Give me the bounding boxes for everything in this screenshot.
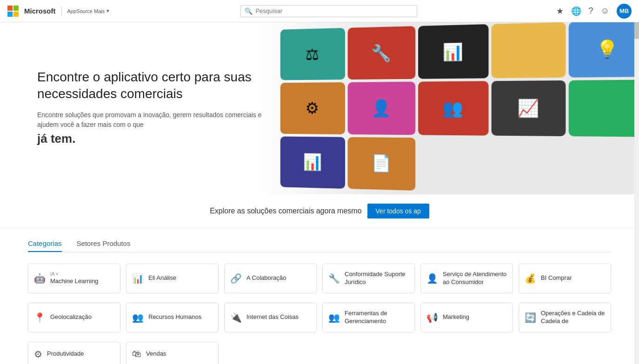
bi-label: BI Comprar (541, 274, 572, 282)
analise-icon: 📊 (132, 273, 144, 284)
ml-label: Machine Learning (50, 278, 98, 285)
help-icon[interactable]: ? (589, 6, 593, 16)
tabs: Categorias Setores Produtos (28, 239, 611, 252)
hero-image: ⚖ 🔧 📊 💡 ⚙ 👤 👥 📈 📊 📄 (278, 22, 639, 194)
op-icon: 🔄 (525, 312, 536, 323)
colab-label: A Colaboração (246, 274, 286, 282)
cat-colaboracao[interactable]: 🔗 A Colaboração (224, 264, 317, 293)
mkt-icon: 📢 (426, 312, 438, 323)
dropdown-chevron: ▾ (106, 8, 109, 14)
tile-10 (569, 80, 639, 137)
favorites-icon[interactable]: ★ (556, 6, 564, 16)
hero-bold-text: já tem. (37, 132, 75, 146)
search-bar[interactable]: 🔍 (240, 5, 417, 17)
colab-icon: 🔗 (230, 273, 242, 284)
ml-prefix: IA + (50, 271, 98, 277)
conf-label: Conformidade Suporte Jurídico (345, 271, 409, 286)
tile-6: ⚙ (280, 82, 345, 134)
analise-label: Eli Análise (148, 274, 176, 282)
hero-content: Encontre o aplicativo certo para suas ne… (37, 69, 279, 148)
scrollbar[interactable] (634, 0, 639, 364)
hero-section: Encontre o aplicativo certo para suas ne… (0, 22, 639, 194)
tile-12: 📄 (347, 137, 415, 191)
tile-7: 👤 (347, 82, 415, 135)
atend-label: Serviço de Atendimento ao Consumidor (443, 271, 507, 286)
appsource-label: AppSource Mais (67, 8, 105, 14)
brand-name: Microsoft (24, 7, 56, 15)
rh-icon: 👥 (132, 312, 144, 323)
user-avatar[interactable]: MB (617, 4, 632, 19)
microsoft-logo (7, 6, 19, 17)
tile-9: 📈 (492, 80, 566, 136)
tab-categorias[interactable]: Categorias (28, 239, 62, 252)
conf-icon: 🔧 (328, 273, 340, 284)
mkt-label: Marketing (443, 313, 469, 321)
vendas-icon: 🛍 (132, 349, 141, 359)
category-grid-row2: 📍 Geolocalização 👥 Recursos Humanos 🔌 In… (0, 303, 639, 342)
vendas-label: Vendas (146, 350, 166, 358)
cat-ferramentas[interactable]: 👥 Ferramentas de Gerenciamento (322, 303, 415, 332)
navbar-icons: ★ 🌐 ? ☺ MB (556, 4, 632, 19)
cat-conformidade[interactable]: 🔧 Conformidade Suporte Jurídico (322, 264, 415, 293)
cat-geo[interactable]: 📍 Geolocalização (28, 303, 120, 332)
cat-analise[interactable]: 📊 Eli Análise (126, 264, 219, 293)
cat-operacoes[interactable]: 🔄 Operações e Cadeia de Cadeia de (519, 303, 611, 332)
navbar: Microsoft AppSource Mais ▾ 🔍 ★ 🌐 ? ☺ MB (0, 0, 639, 22)
prod-label: Produtividade (47, 350, 84, 358)
cat-iot[interactable]: 🔌 Internet das Coisas (224, 303, 317, 332)
prod-icon: ⚙ (34, 349, 42, 360)
category-grid-row1: 🤖 IA + Machine Learning 📊 Eli Análise 🔗 … (0, 264, 639, 303)
nav-divider (61, 7, 62, 16)
cat-atendimento[interactable]: 👤 Serviço de Atendimento ao Consumidor (420, 264, 513, 293)
appsource-menu[interactable]: AppSource Mais ▾ (67, 8, 110, 14)
explore-bar: Explore as soluções comerciais agora mes… (0, 194, 639, 228)
rh-label: Recursos Humanos (148, 313, 201, 321)
bi-icon: 💰 (525, 273, 536, 284)
tile-3: 📊 (418, 24, 489, 79)
geo-label: Geolocalização (50, 313, 92, 321)
hero-desc-text: Encontre soluções que promovam a inovaçã… (37, 111, 261, 128)
cat-rh[interactable]: 👥 Recursos Humanos (126, 303, 219, 332)
ml-icon: 🤖 (34, 273, 46, 284)
ferr-icon: 👥 (328, 312, 340, 323)
smiley-icon[interactable]: ☺ (601, 6, 609, 16)
cat-machine-learning[interactable]: 🤖 IA + Machine Learning (28, 264, 120, 293)
cat-produtividade[interactable]: ⚙ Produtividade (28, 342, 120, 364)
globe-icon[interactable]: 🌐 (571, 6, 581, 16)
tile-11: 📊 (280, 136, 345, 189)
geo-icon: 📍 (34, 312, 46, 323)
tab-setores[interactable]: Setores Produtos (77, 239, 131, 252)
tile-1: ⚖ (280, 28, 345, 80)
hero-title: Encontre o aplicativo certo para suas ne… (37, 69, 279, 103)
iot-label: Internet das Coisas (246, 313, 299, 321)
search-input[interactable] (255, 7, 413, 14)
atend-icon: 👤 (426, 273, 438, 284)
ferr-label: Ferramentas de Gerenciamento (345, 310, 409, 325)
tile-5: 💡 (569, 22, 639, 78)
logo-area: Microsoft (7, 6, 56, 17)
op-label: Operações e Cadeia de Cadeia de (541, 310, 605, 325)
search-icon: 🔍 (245, 7, 253, 15)
explore-button[interactable]: Ver todos os ap (367, 204, 429, 218)
hero-description: Encontre soluções que promovam a inovaçã… (37, 110, 279, 148)
tabs-section: Categorias Setores Produtos (0, 228, 639, 252)
explore-text: Explore as soluções comerciais agora mes… (210, 207, 361, 215)
tile-8: 👥 (418, 81, 489, 136)
cat-bi[interactable]: 💰 BI Comprar (519, 264, 611, 293)
category-grid-row3: ⚙ Produtividade 🛍 Vendas (0, 342, 639, 364)
tile-4 (492, 22, 566, 79)
iot-icon: 🔌 (230, 312, 242, 323)
tile-2: 🔧 (347, 26, 415, 79)
cat-vendas[interactable]: 🛍 Vendas (126, 342, 219, 364)
cat-marketing[interactable]: 📢 Marketing (420, 303, 513, 332)
